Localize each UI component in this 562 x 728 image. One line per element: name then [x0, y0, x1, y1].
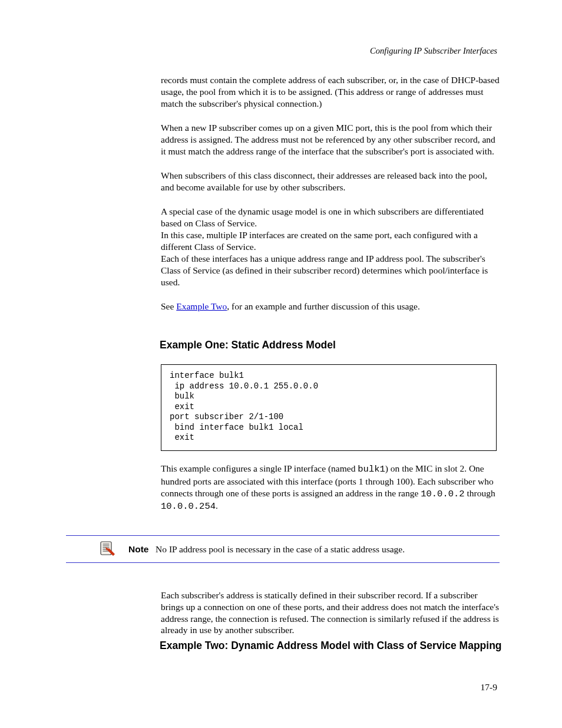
- body-paragraph: See Example Two, for an example and furt…: [161, 301, 500, 312]
- code-line: bind interface bulk1 local: [174, 423, 303, 432]
- text-run: See: [161, 301, 176, 311]
- note-text: Note No IP address pool is necessary in …: [128, 543, 405, 555]
- text-run: .: [216, 500, 218, 510]
- code-line: exit: [174, 433, 194, 442]
- code-line: bulk: [174, 391, 194, 401]
- inline-code: 10.0.0.254: [161, 501, 216, 512]
- body-paragraph: A special case of the dynamic usage mode…: [161, 206, 500, 229]
- note-icon: [99, 541, 115, 558]
- body-paragraph: records must contain the complete addres…: [161, 74, 500, 109]
- code-line: ip address 10.0.0.1 255.0.0.0: [174, 381, 318, 391]
- heading-example-one: Example One: Static Address Model: [160, 339, 336, 351]
- body-paragraph: Each subscriber's address is statically …: [161, 589, 500, 636]
- page-number: 17-9: [481, 682, 497, 693]
- body-paragraph: In this case, multiple IP interfaces are…: [161, 229, 500, 253]
- note-label: Note: [128, 544, 148, 554]
- text-run: This example configures a single IP inte…: [161, 463, 358, 473]
- code-line: interface bulk1: [170, 371, 244, 380]
- body-paragraph: This example configures a single IP inte…: [161, 463, 500, 513]
- body-paragraph: Each of these interfaces has a unique ad…: [161, 253, 500, 288]
- horizontal-rule: [66, 562, 500, 563]
- code-listing: interface bulk1 ip address 10.0.0.1 255.…: [161, 364, 497, 451]
- body-paragraph: When a new IP subscriber comes up on a g…: [161, 122, 500, 157]
- inline-code: 10.0.0.2: [421, 489, 464, 499]
- text-run: , for an example and further discussion …: [227, 301, 420, 311]
- text-run: through: [465, 488, 495, 498]
- inline-code: bulk1: [358, 464, 385, 475]
- running-header: Configuring IP Subscriber Interfaces: [370, 46, 497, 56]
- note-body-text: No IP address pool is necessary in the c…: [156, 544, 405, 554]
- code-line: port subscriber 2/1-100: [170, 412, 283, 421]
- cross-reference-link[interactable]: Example Two: [176, 301, 227, 311]
- body-paragraph: When subscribers of this class disconnec…: [161, 170, 500, 193]
- code-line: exit: [174, 402, 194, 411]
- note-callout: Note No IP address pool is necessary in …: [66, 535, 500, 563]
- heading-example-two: Example Two: Dynamic Address Model with …: [160, 640, 502, 652]
